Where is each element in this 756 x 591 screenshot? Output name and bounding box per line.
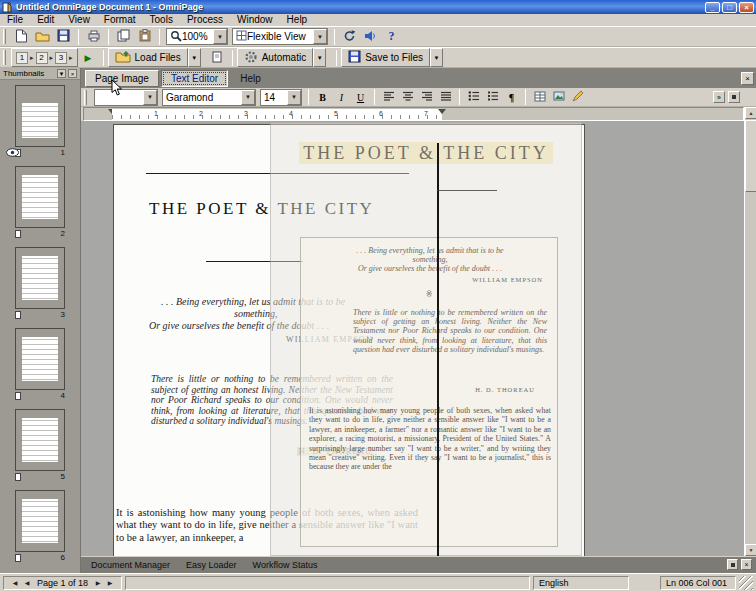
rotate-page-button[interactable] [339,27,360,46]
italic-button[interactable]: I [332,89,351,106]
paste-button[interactable] [134,27,155,46]
tabstrip-close-button[interactable]: × [741,72,754,85]
font-family-combo[interactable]: Garamond ▼ [162,89,256,106]
recognize-dropdown-button[interactable]: ▼ [313,48,326,67]
menu-file[interactable]: File [0,14,30,26]
menu-edit[interactable]: Edit [30,14,61,26]
panel-close-button[interactable]: × [741,559,752,570]
load-files-dropdown-button[interactable]: ▼ [188,48,201,67]
menu-view[interactable]: View [61,14,97,26]
help-button[interactable]: ? [381,27,402,46]
font-dropdown-button[interactable]: ▼ [241,90,255,105]
proofing-marker-button[interactable] [568,89,587,106]
tab-help[interactable]: Help [230,70,271,87]
bold-button[interactable]: B [313,89,332,106]
next-page-button[interactable]: ▶ [92,577,104,589]
style-dropdown-button[interactable]: ▼ [143,90,157,105]
view-mode-combo[interactable]: Flexible View ▼ [232,28,328,45]
step-arrow-icon: ▸ [30,54,34,62]
ruler-tick-label: 1 [154,110,158,117]
page-thumbnail-3[interactable]: 3 [0,242,80,323]
step-2-button[interactable]: 2 [36,52,48,64]
menu-help[interactable]: Help [280,14,315,26]
numbered-list-button[interactable] [483,89,502,106]
up-icon: ▲ [749,110,754,116]
page-thumbnail-2[interactable]: 2 [0,161,80,242]
toolbar-grip[interactable] [3,29,6,44]
resize-grip[interactable] [739,576,753,590]
menu-process[interactable]: Process [180,14,230,26]
separator [336,50,337,66]
horizontal-ruler[interactable]: 1 2 3 4 5 6 7 [83,107,744,121]
align-center-button[interactable] [398,89,417,106]
menu-tools[interactable]: Tools [143,14,180,26]
acquire-page-button[interactable] [207,48,228,67]
panel-options-button[interactable] [727,559,738,570]
thumbnail-image [15,328,65,390]
page-number: 4 [61,391,65,400]
tab-document-manager[interactable]: Document Manager [91,560,170,570]
save-to-files-dropdown-button[interactable]: ▼ [430,48,443,67]
first-page-button[interactable]: ◀ [9,577,21,589]
zoom-combo[interactable]: 100% ▼ [166,28,228,45]
new-document-button[interactable] [11,27,32,46]
toolbar-options-button[interactable] [728,91,740,103]
ghost-epigraph-line-1: . . . Being everything, let us admit tha… [311,246,549,255]
start-process-button[interactable]: ▶ [78,48,99,67]
thumbnail-image [15,85,65,147]
insert-image-button[interactable] [549,89,568,106]
print-button[interactable] [83,27,104,46]
paragraph-style-combo[interactable]: ▼ [94,89,158,106]
tab-workflow-status[interactable]: Workflow Status [253,560,318,570]
page-thumbnail-5[interactable]: 5 [0,404,80,485]
open-button[interactable] [32,27,53,46]
save-to-files-button[interactable]: Save to Files [341,48,430,67]
page-thumbnail-4[interactable]: 4 [0,323,80,404]
scrollbar-thumb[interactable] [745,120,756,192]
recognize-button[interactable]: Automatic [237,48,313,67]
menu-window[interactable]: Window [230,14,280,26]
menu-format[interactable]: Format [97,14,143,26]
save-icon [57,29,70,44]
ghost-epigraph-line-3: Or give ourselves the benefit of the dou… [311,264,549,273]
font-size-combo[interactable]: 14 ▼ [260,89,302,106]
toolbar-grip[interactable] [84,90,87,105]
align-justify-button[interactable] [436,89,455,106]
maximize-button[interactable]: □ [722,2,737,13]
show-formatting-button[interactable]: ¶ [502,89,521,106]
vertical-scrollbar[interactable]: ▲ ▼ [744,107,756,556]
page-thumbnail-1[interactable]: 1 [0,80,80,161]
right-margin-marker[interactable] [438,109,446,114]
toolbar-overflow-button[interactable]: » [713,91,725,103]
editor-canvas[interactable]: THE POET & THE CITY . . . Being everythi… [81,121,744,556]
step-1-button[interactable]: 1 [16,52,28,64]
scroll-down-button[interactable]: ▼ [745,544,756,556]
tab-text-editor[interactable]: Text Editor [161,70,228,87]
align-left-button[interactable] [379,89,398,106]
minimize-button[interactable]: _ [705,2,720,13]
bullet-list-button[interactable] [464,89,483,106]
down-icon: ▼ [749,547,754,553]
insert-table-button[interactable] [530,89,549,106]
close-button[interactable]: × [739,2,754,13]
step-3-button[interactable]: 3 [55,52,67,64]
copy-button[interactable] [113,27,134,46]
view-mode-dropdown-button[interactable]: ▼ [313,29,327,44]
page-thumbnail-6[interactable]: 6 [0,485,80,566]
status-message-area [125,576,530,590]
close-icon: × [744,561,748,568]
align-right-button[interactable] [417,89,436,106]
underline-button[interactable]: U [351,89,370,106]
size-dropdown-button[interactable]: ▼ [287,90,301,105]
thumbnails-menu-button[interactable]: ▼ [57,69,66,78]
read-aloud-button[interactable] [360,27,381,46]
scroll-up-button[interactable]: ▲ [745,107,756,119]
load-files-button[interactable]: Load Files [108,48,188,67]
tab-easy-loader[interactable]: Easy Loader [186,560,237,570]
save-button[interactable] [53,27,74,46]
last-page-button[interactable]: ▶ [104,577,116,589]
toolbar-grip[interactable] [3,50,6,65]
thumbnails-close-button[interactable]: × [68,69,77,78]
zoom-dropdown-button[interactable]: ▼ [213,29,227,44]
previous-page-button[interactable]: ◀ [21,577,33,589]
